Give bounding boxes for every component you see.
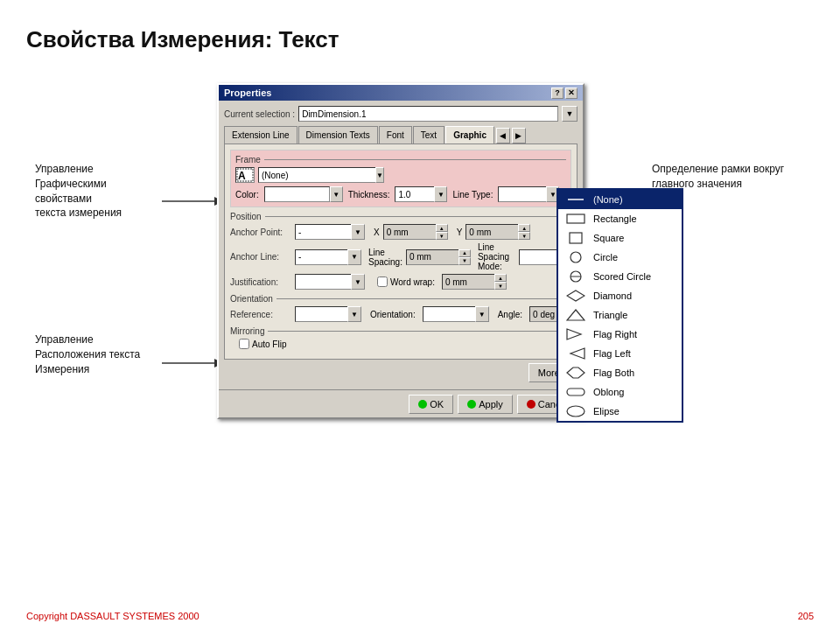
- line-spacing-spin-buttons: ▲ ▼: [458, 249, 471, 265]
- more-button-row: More...: [224, 360, 578, 384]
- justification-input[interactable]: [295, 274, 351, 290]
- footer-copyright: Copyright DASSAULT SYSTEMES 2000: [26, 611, 200, 621]
- dropdown-item-flag-right[interactable]: Flag Right: [558, 325, 682, 344]
- close-button[interactable]: ✕: [565, 88, 578, 99]
- ok-button[interactable]: OK: [409, 395, 453, 414]
- x-input[interactable]: [383, 224, 436, 240]
- help-button[interactable]: ?: [551, 88, 564, 99]
- svg-marker-18: [567, 368, 584, 378]
- dropdown-item-triangle[interactable]: Triangle: [558, 305, 682, 325]
- tab-graphic-content: Frame A ▼ Color:: [224, 144, 578, 360]
- svg-marker-16: [567, 329, 581, 340]
- orientation-combo: ▼: [423, 306, 489, 322]
- justification-combo: ▼: [295, 274, 365, 290]
- shape-icon-scored-circle: [564, 270, 588, 284]
- auto-flip-checkbox[interactable]: [239, 339, 249, 349]
- svg-text:A: A: [238, 170, 246, 182]
- arrow-left-bottom: [162, 350, 223, 376]
- y-spin-up[interactable]: ▲: [518, 224, 530, 232]
- frame-icon: A: [235, 167, 255, 183]
- dropdown-item-rectangle[interactable]: Rectangle: [558, 209, 682, 228]
- orientation-section-label: Orientation: [230, 294, 571, 304]
- dropdown-item-circle[interactable]: Circle: [558, 248, 682, 267]
- word-wrap-input[interactable]: [442, 274, 494, 290]
- tab-text[interactable]: Text: [413, 126, 444, 144]
- anchor-point-dropdown-btn[interactable]: ▼: [351, 224, 365, 240]
- dropdown-item-flag-left[interactable]: Flag Left: [558, 344, 682, 363]
- orientation-row: Reference: ▼ Orientation: ▼ Angle:: [230, 306, 571, 322]
- apply-button[interactable]: Apply: [458, 395, 513, 414]
- frame-type-input[interactable]: [258, 167, 375, 183]
- frame-type-dropdown-btn[interactable]: ▼: [375, 167, 384, 183]
- line-spacing-spin-up[interactable]: ▲: [458, 249, 471, 257]
- current-selection-dropdown-btn[interactable]: ▼: [562, 106, 578, 122]
- orientation-dropdown-btn[interactable]: ▼: [475, 306, 489, 322]
- titlebar-buttons: ? ✕: [551, 88, 578, 99]
- orientation-input[interactable]: [423, 306, 475, 322]
- anchor-line-dropdown-btn[interactable]: ▼: [347, 249, 361, 265]
- annotation-graphic-properties: Управление Графическими свойствами текст…: [35, 162, 158, 220]
- y-spin-down[interactable]: ▼: [518, 232, 530, 240]
- color-combo: ▼: [264, 186, 343, 202]
- tab-graphic[interactable]: Graphic: [445, 126, 494, 144]
- color-row: Color: ▼ Thickness: ▼ Line Type: ▼: [235, 186, 566, 202]
- tab-nav-left[interactable]: ◀: [496, 128, 510, 144]
- thickness-input[interactable]: [395, 186, 434, 202]
- thickness-label: Thickness:: [348, 190, 390, 200]
- dropdown-item-square[interactable]: Square: [558, 228, 682, 248]
- mirroring-section: Mirroring Auto Flip: [230, 326, 571, 349]
- color-dropdown-btn[interactable]: ▼: [330, 186, 343, 202]
- current-selection-input[interactable]: [298, 106, 558, 122]
- line-spacing-mode-input[interactable]: [519, 249, 557, 265]
- color-input[interactable]: [264, 186, 330, 202]
- frame-type-dropdown-popup: (None) Rectangle Square Circle Scored Ci…: [556, 188, 683, 423]
- x-spin-down[interactable]: ▼: [436, 232, 448, 240]
- justification-row: Justification: ▼ Word wrap: ▲ ▼: [230, 274, 571, 290]
- shape-icon-square: [564, 231, 588, 245]
- tab-dimension-texts[interactable]: Dimension Texts: [298, 126, 378, 144]
- dropdown-item-none[interactable]: (None): [558, 190, 682, 209]
- dropdown-item-oblong[interactable]: Oblong: [558, 382, 682, 402]
- anchor-line-input[interactable]: [295, 249, 347, 265]
- dropdown-item-elipse[interactable]: Elipse: [558, 402, 682, 421]
- tabs-row: Extension Line Dimension Texts Font Text…: [224, 126, 494, 144]
- reference-dropdown-btn[interactable]: ▼: [347, 306, 361, 322]
- angle-label: Angle:: [498, 310, 522, 319]
- reference-label: Reference:: [230, 310, 291, 319]
- dialog-buttons-row: OK Apply Cancel: [219, 389, 583, 417]
- tab-nav-right[interactable]: ▶: [512, 128, 526, 144]
- x-label: X: [374, 228, 380, 237]
- word-wrap-spin-up[interactable]: ▲: [494, 274, 507, 282]
- linetype-input[interactable]: [498, 186, 546, 202]
- ok-icon: [418, 400, 427, 409]
- annotation-frame-definition: Определение рамки вокруг главного значен…: [652, 162, 792, 192]
- x-spin-up[interactable]: ▲: [436, 224, 448, 232]
- svg-rect-9: [567, 214, 584, 223]
- anchor-point-input[interactable]: [295, 224, 351, 240]
- apply-icon: [467, 400, 476, 409]
- thickness-dropdown-btn[interactable]: ▼: [434, 186, 447, 202]
- justification-dropdown-btn[interactable]: ▼: [351, 274, 365, 290]
- frame-section-label: Frame: [235, 155, 566, 164]
- word-wrap-checkbox[interactable]: [377, 276, 388, 287]
- y-input[interactable]: [466, 224, 518, 240]
- tab-font[interactable]: Font: [379, 126, 412, 144]
- line-spacing-input[interactable]: [406, 249, 458, 265]
- frame-selector-row: A ▼: [235, 167, 566, 183]
- shape-icon-none: [564, 192, 588, 206]
- reference-input[interactable]: [295, 306, 347, 322]
- shape-icon-rectangle: [564, 212, 588, 226]
- dropdown-item-flag-both[interactable]: Flag Both: [558, 363, 682, 382]
- frame-section: Frame A ▼ Color:: [230, 150, 571, 207]
- x-spin-buttons: ▲ ▼: [436, 224, 448, 240]
- dropdown-item-scored-circle[interactable]: Scored Circle: [558, 267, 682, 286]
- tab-extension-line[interactable]: Extension Line: [224, 126, 298, 144]
- svg-point-11: [570, 252, 581, 262]
- dropdown-item-diamond[interactable]: Diamond: [558, 286, 682, 305]
- word-wrap-spin-down[interactable]: ▼: [494, 282, 507, 290]
- color-label: Color:: [235, 190, 259, 200]
- line-spacing-mode-label: Line Spacing Mode:: [478, 242, 515, 271]
- line-spacing-spin-down[interactable]: ▼: [458, 257, 471, 265]
- dialog-content: Current selection : ▼ Extension Line Dim…: [219, 101, 583, 389]
- position-section: Position Anchor Point: ▼ X ▲: [230, 212, 571, 290]
